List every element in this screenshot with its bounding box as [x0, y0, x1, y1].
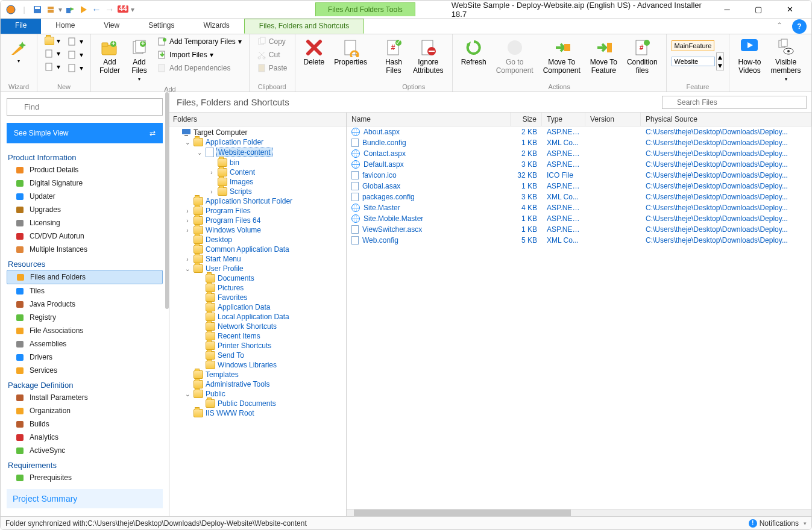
- move-to-component-button[interactable]: Move To Component: [540, 36, 584, 78]
- add-temporary-files-button[interactable]: Add Temporary Files ▾: [155, 36, 244, 48]
- back-icon[interactable]: ←: [91, 4, 102, 15]
- collapse-ribbon-icon[interactable]: ⌃: [772, 19, 787, 34]
- table-row[interactable]: packages.config3 KBXML Co...C:\Users\the…: [347, 192, 811, 202]
- table-row[interactable]: Site.Mobile.Master1 KBASP.NET...C:\Users…: [347, 213, 811, 224]
- table-row[interactable]: Site.Master4 KBASP.NET...C:\Users\theje\…: [347, 202, 811, 213]
- add-folder-button[interactable]: + Add Folder: [96, 36, 124, 78]
- chevron-down-icon[interactable]: ⌄: [184, 265, 191, 272]
- new-item1-button[interactable]: ▾: [42, 48, 63, 60]
- leftnav-scrollbar[interactable]: [165, 92, 169, 309]
- new-item3-button[interactable]: ▾: [65, 36, 86, 48]
- chevron-right-icon[interactable]: ›: [184, 255, 191, 263]
- col-type[interactable]: Type: [542, 113, 585, 126]
- table-row[interactable]: Bundle.config1 KBXML Co...C:\Users\theje…: [347, 137, 811, 148]
- tab-home[interactable]: Home: [41, 19, 89, 34]
- tree-row[interactable]: Recent Items: [169, 331, 346, 341]
- tree-row[interactable]: Pictures: [169, 283, 346, 293]
- table-row[interactable]: favicon.ico32 KBICO FileC:\Users\theje\D…: [347, 170, 811, 181]
- nav-item[interactable]: Install Parameters: [7, 391, 163, 404]
- tree-row[interactable]: Network Shortcuts: [169, 322, 346, 331]
- nav-item[interactable]: Product Details: [7, 163, 163, 176]
- nav-item[interactable]: Services: [7, 364, 163, 377]
- tree-row[interactable]: IIS WWW Root: [169, 408, 346, 418]
- ignore-attributes-button[interactable]: Ignore Attributes: [409, 36, 447, 78]
- chevron-down-icon[interactable]: ⌄: [184, 390, 191, 398]
- nav-item[interactable]: Digital Signature: [7, 176, 163, 190]
- tree-row[interactable]: Send To: [169, 351, 346, 360]
- tab-files-folders-shortcuts[interactable]: Files, Folders and Shortcuts: [244, 19, 364, 34]
- table-row[interactable]: Default.aspx3 KBASP.NET...C:\Users\theje…: [347, 159, 811, 170]
- table-row[interactable]: Contact.aspx2 KBASP.NET...C:\Users\theje…: [347, 148, 811, 159]
- nav-item[interactable]: Registry: [7, 311, 163, 324]
- nav-item[interactable]: File Associations: [7, 324, 163, 337]
- refresh-button[interactable]: Refresh: [458, 36, 490, 69]
- tree-row[interactable]: Application Data: [169, 302, 346, 312]
- build-icon[interactable]: [45, 4, 56, 15]
- nav-item[interactable]: Multiple Instances: [7, 243, 163, 256]
- files-hscrollbar[interactable]: [347, 509, 811, 516]
- move-to-feature-button[interactable]: Move To Feature: [587, 36, 621, 78]
- chevron-down-icon[interactable]: ⌄: [196, 149, 203, 156]
- nav-item[interactable]: Organization: [7, 404, 163, 417]
- chevron-right-icon[interactable]: ›: [184, 226, 191, 234]
- properties-button[interactable]: Properties: [330, 36, 371, 69]
- tree-row[interactable]: ›Content: [169, 167, 346, 177]
- visible-members-button[interactable]: Visible members▾: [767, 36, 805, 84]
- table-row[interactable]: Global.asax1 KBASP.NET...C:\Users\theje\…: [347, 181, 811, 192]
- close-button[interactable]: ✕: [778, 1, 802, 18]
- col-name[interactable]: Name: [347, 113, 511, 126]
- nav-item[interactable]: Upgrades: [7, 203, 163, 216]
- see-simple-view-button[interactable]: See Simple View ⇄: [7, 123, 163, 143]
- table-row[interactable]: Web.config5 KBXML Co...C:\Users\theje\De…: [347, 235, 811, 246]
- table-row[interactable]: About.aspx2 KBASP.NET...C:\Users\theje\D…: [347, 126, 811, 137]
- tree-row[interactable]: Images: [169, 177, 346, 187]
- tree-row[interactable]: Local Application Data: [169, 312, 346, 322]
- col-path[interactable]: Physical Source: [641, 113, 811, 126]
- chevron-right-icon[interactable]: ›: [184, 217, 191, 224]
- tab-settings[interactable]: Settings: [134, 19, 189, 34]
- nav-item[interactable]: Prerequisites: [7, 471, 163, 484]
- col-size[interactable]: Size: [511, 113, 542, 126]
- chevron-down-icon[interactable]: ⌄: [184, 139, 191, 146]
- notifications-button[interactable]: ! Notifications ▾: [749, 519, 807, 528]
- add-files-button[interactable]: + Add Files▾: [126, 36, 153, 84]
- hash-files-button[interactable]: #✓ Hash Files: [380, 36, 407, 78]
- nav-item[interactable]: Updater: [7, 190, 163, 203]
- save-icon[interactable]: [32, 4, 43, 15]
- folder-tree[interactable]: Target Computer⌄Application Folder⌄Websi…: [169, 126, 346, 419]
- play-icon[interactable]: [78, 4, 89, 15]
- nav-item[interactable]: Tiles: [7, 284, 163, 298]
- search-files-input[interactable]: [662, 96, 807, 109]
- col-version[interactable]: Version: [585, 113, 641, 126]
- new-item4-button[interactable]: ▾: [65, 49, 86, 61]
- tab-file[interactable]: File: [1, 19, 41, 34]
- chevron-right-icon[interactable]: ›: [184, 207, 191, 214]
- table-row[interactable]: ViewSwitcher.ascx1 KBASP.NET...C:\Users\…: [347, 224, 811, 235]
- tree-row[interactable]: bin: [169, 158, 346, 167]
- howto-videos-button[interactable]: How-to Videos: [734, 36, 764, 78]
- nav-item[interactable]: Assemblies: [7, 337, 163, 351]
- new-item5-button[interactable]: ▾: [65, 62, 86, 74]
- wizard-button[interactable]: ▾: [5, 36, 32, 66]
- nav-item[interactable]: Java Products: [7, 298, 163, 311]
- maximize-button[interactable]: ▢: [746, 1, 770, 18]
- tree-row[interactable]: Documents: [169, 273, 346, 283]
- delete-button[interactable]: Delete: [300, 36, 329, 69]
- import-files-button[interactable]: Import Files ▾: [155, 49, 244, 61]
- nav-item[interactable]: Analytics: [7, 431, 163, 444]
- run-icon[interactable]: [65, 4, 75, 15]
- qat-logo-icon[interactable]: [5, 4, 16, 15]
- new-folder-small-button[interactable]: ▾: [42, 36, 63, 46]
- tree-row[interactable]: ⌄Public: [169, 389, 346, 399]
- tree-row[interactable]: Favorites: [169, 293, 346, 302]
- tree-row[interactable]: ⌄Website-content: [169, 147, 346, 158]
- tree-row[interactable]: Printer Shortcuts: [169, 341, 346, 351]
- feature-combo[interactable]: Website: [672, 57, 715, 66]
- nav-item[interactable]: ActiveSync: [7, 444, 163, 457]
- nav-item[interactable]: Files and Folders: [7, 270, 163, 284]
- help-icon[interactable]: ?: [792, 19, 807, 34]
- find-input[interactable]: [7, 98, 163, 116]
- project-summary[interactable]: Project Summary: [7, 489, 163, 508]
- nav-item[interactable]: Builds: [7, 417, 163, 431]
- nav-item[interactable]: Licensing: [7, 216, 163, 229]
